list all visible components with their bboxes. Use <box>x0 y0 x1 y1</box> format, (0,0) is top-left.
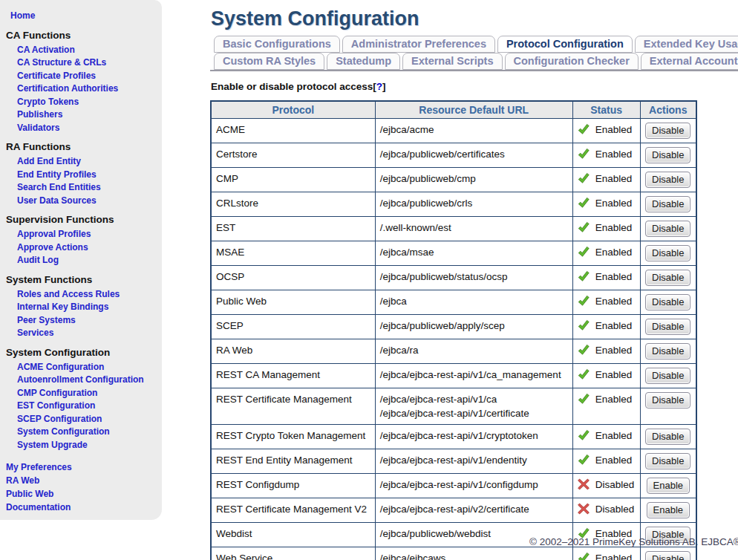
sidebar-item-certificate-profiles[interactable]: Certificate Profiles <box>17 70 162 83</box>
status-cell: Enabled <box>572 364 640 388</box>
status-label: Disabled <box>595 502 635 516</box>
table-row: RA Web /ejbca/ra Enabled Disable <box>211 339 696 364</box>
disable-protocol-button[interactable]: Disable <box>645 368 690 384</box>
sidebar-item-ca-activation[interactable]: CA Activation <box>17 44 162 57</box>
sidebar-item-est-configuration[interactable]: EST Configuration <box>17 400 162 413</box>
tab-protocol-configuration[interactable]: Protocol Configuration <box>497 36 633 53</box>
protocol-cell: REST Configdump <box>211 474 375 498</box>
sidebar-item-peer-systems[interactable]: Peer Systems <box>17 314 162 328</box>
status-cell: Enabled <box>572 266 640 290</box>
resource-url-cell: /.well-known/est <box>375 217 572 241</box>
sidebar-item-user-data-sources[interactable]: User Data Sources <box>17 195 162 208</box>
sidebar-item-search-end-entities[interactable]: Search End Entities <box>17 181 162 195</box>
sidebar-item-crypto-tokens[interactable]: Crypto Tokens <box>17 96 162 109</box>
resource-url: /ejbca <box>380 294 568 308</box>
table-row: REST Crypto Token Management /ejbca/ejbc… <box>211 425 696 449</box>
sidebar-item-acme-configuration[interactable]: ACME Configuration <box>17 361 162 374</box>
sidebar-item-audit-log[interactable]: Audit Log <box>17 254 162 267</box>
disable-protocol-button[interactable]: Disable <box>645 453 690 469</box>
disable-protocol-button[interactable]: Disable <box>645 429 690 445</box>
disable-protocol-button[interactable]: Disable <box>645 270 690 286</box>
status-label: Enabled <box>595 196 633 210</box>
resource-url-cell: /ejbca/ejbca-rest-api/v1/ca/ejbca/ejbca-… <box>375 388 572 425</box>
tab-statedump[interactable]: Statedump <box>327 53 400 70</box>
sidebar-item-my-preferences[interactable]: My Preferences <box>6 460 162 474</box>
table-row: CMP /ejbca/publicweb/cmp Enabled Disable <box>211 168 696 192</box>
copyright-footer: © 2002–2021 PrimeKey Solutions AB. EJBCA… <box>529 536 738 547</box>
sidebar-item-certification-authorities[interactable]: Certification Authorities <box>17 82 162 96</box>
sidebar-item-approval-profiles[interactable]: Approval Profiles <box>17 228 162 241</box>
sidebar-item-public-web[interactable]: Public Web <box>6 487 162 501</box>
resource-url: /ejbca/publicweb/cmp <box>380 172 568 186</box>
sidebar-item-ra-web[interactable]: RA Web <box>6 474 162 487</box>
disable-protocol-button[interactable]: Disable <box>645 147 690 163</box>
tab-extended-key-usages[interactable]: Extended Key Usages <box>635 36 738 53</box>
status-wrap: Enabled <box>578 392 636 406</box>
column-header-resource-default-url: Resource Default URL <box>375 101 572 119</box>
disable-protocol-button[interactable]: Disable <box>645 221 690 237</box>
sidebar-item-autoenrollment-configuration[interactable]: Autoenrollment Configuration <box>17 374 162 387</box>
tab-custom-ra-styles[interactable]: Custom RA Styles <box>214 53 324 70</box>
sidebar-item-end-entity-profiles[interactable]: End Entity Profiles <box>17 169 162 182</box>
sidebar-item-cmp-configuration[interactable]: CMP Configuration <box>17 387 162 400</box>
sidebar-section-items: Approval Profiles Approve Actions Audit … <box>0 228 162 267</box>
sidebar-item-scep-configuration[interactable]: SCEP Configuration <box>17 413 162 426</box>
disable-protocol-button[interactable]: Disable <box>645 392 690 408</box>
sidebar-item-documentation[interactable]: Documentation <box>6 501 162 514</box>
status-cell: Enabled <box>572 290 640 315</box>
cross-icon <box>578 478 590 490</box>
protocol-cell: CRLstore <box>211 192 375 217</box>
tab-configuration-checker[interactable]: Configuration Checker <box>505 53 639 70</box>
table-row: CRLstore /ejbca/publicweb/crls Enabled D… <box>211 192 696 217</box>
disable-protocol-button[interactable]: Disable <box>645 123 690 139</box>
check-icon <box>578 344 590 356</box>
disable-protocol-button[interactable]: Disable <box>645 172 690 188</box>
sidebar-footer-links: My Preferences RA Web Public Web Documen… <box>0 460 162 514</box>
tab-bar: Basic Configurations Administrator Prefe… <box>210 36 738 71</box>
check-icon <box>578 368 590 380</box>
sidebar-item-services[interactable]: Services <box>17 327 162 340</box>
disable-protocol-button[interactable]: Disable <box>645 245 690 261</box>
table-row: OCSP /ejbca/publicweb/status/ocsp Enable… <box>211 266 696 290</box>
check-icon <box>578 221 590 233</box>
actions-cell: Disable <box>640 547 696 560</box>
enable-protocol-button[interactable]: Enable <box>647 502 690 518</box>
check-icon <box>578 552 590 560</box>
sidebar-item-internal-key-bindings[interactable]: Internal Key Bindings <box>17 301 162 314</box>
resource-url-cell: /ejbca/ejbca-rest-api/v1/configdump <box>375 474 572 498</box>
status-label: Enabled <box>595 368 633 382</box>
sidebar-item-approve-actions[interactable]: Approve Actions <box>17 241 162 255</box>
sidebar-item-ca-structure-crls[interactable]: CA Structure & CRLs <box>17 56 162 70</box>
disable-protocol-button[interactable]: Disable <box>645 196 690 212</box>
check-icon <box>578 319 590 331</box>
table-row: EST /.well-known/est Enabled Disable <box>211 217 696 241</box>
sidebar-section-title: System Functions <box>6 274 162 285</box>
disable-protocol-button[interactable]: Disable <box>645 551 690 560</box>
resource-url: /ejbca/ejbca-rest-api/v1/ca <box>380 392 568 406</box>
main-content: System Configuration Basic Configuration… <box>210 0 738 560</box>
sidebar-item-system-configuration[interactable]: System Configuration <box>17 426 162 439</box>
disable-protocol-button[interactable]: Disable <box>645 343 690 359</box>
sidebar-item-validators[interactable]: Validators <box>17 122 162 135</box>
resource-url-cell: /ejbca/publicweb/certificates <box>375 143 572 168</box>
status-wrap: Enabled <box>578 368 636 382</box>
tab-external-scripts[interactable]: External Scripts <box>402 53 502 70</box>
tab-basic-configurations[interactable]: Basic Configurations <box>214 36 340 53</box>
status-wrap: Enabled <box>578 319 636 333</box>
help-link[interactable]: ? <box>376 81 382 92</box>
table-row: SCEP /ejbca/publicweb/apply/scep Enabled… <box>211 315 696 339</box>
sidebar-item-system-upgrade[interactable]: System Upgrade <box>17 439 162 452</box>
disable-protocol-button[interactable]: Disable <box>645 294 690 310</box>
disable-protocol-button[interactable]: Disable <box>645 319 690 335</box>
tab-external-account-bindings[interactable]: External Account Bindings <box>641 53 738 70</box>
status-cell: Enabled <box>572 192 640 217</box>
sidebar-item-add-end-entity[interactable]: Add End Entity <box>17 155 162 169</box>
tab-administrator-preferences[interactable]: Administrator Preferences <box>342 36 495 53</box>
sidebar-item-roles-and-access-rules[interactable]: Roles and Access Rules <box>17 288 162 302</box>
check-icon <box>578 270 590 282</box>
status-cell: Enabled <box>572 547 640 560</box>
enable-protocol-button[interactable]: Enable <box>647 478 690 494</box>
sidebar-item-home[interactable]: Home <box>10 10 162 23</box>
sidebar-section-items: Roles and Access Rules Internal Key Bind… <box>0 288 162 340</box>
sidebar-item-publishers[interactable]: Publishers <box>17 108 162 122</box>
